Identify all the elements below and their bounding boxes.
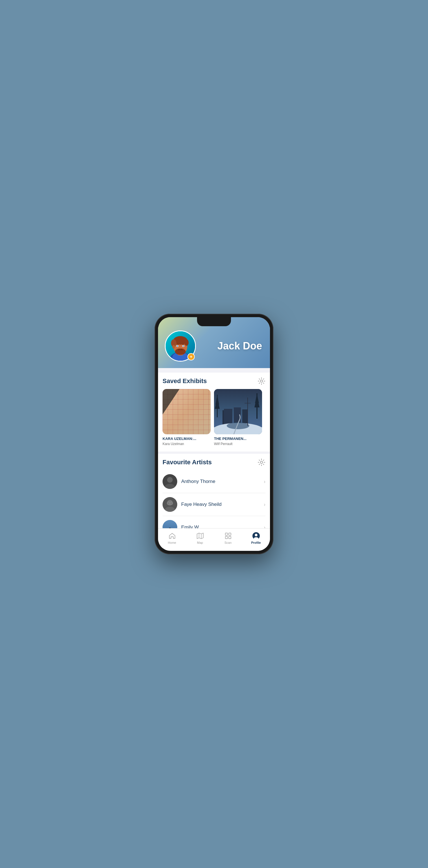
svg-rect-52: [229, 533, 231, 535]
svg-point-13: [177, 345, 178, 347]
svg-point-15: [260, 380, 263, 382]
tab-bar: Home Map: [158, 528, 270, 551]
tab-map[interactable]: Map: [186, 531, 214, 546]
artist-chevron-1: ›: [264, 479, 265, 485]
tab-scan[interactable]: Scan: [214, 531, 242, 546]
phone-screen: + Jack Doe Saved Exhibits: [158, 317, 270, 551]
artist-avatar-2: [163, 497, 177, 512]
exhibit-artist-2: Wilf Perrault: [214, 442, 262, 446]
svg-rect-21: [223, 410, 224, 424]
svg-rect-51: [225, 533, 228, 535]
svg-rect-20: [224, 409, 232, 424]
artist-chevron-2: ›: [264, 502, 265, 507]
scroll-content[interactable]: Saved Exhibits: [158, 368, 270, 551]
home-icon: [168, 532, 176, 540]
svg-rect-23: [242, 409, 248, 424]
artist-name-1: Anthony Thorne: [181, 479, 260, 484]
avatar-container[interactable]: +: [165, 331, 196, 362]
user-name: Jack Doe: [196, 340, 263, 352]
scan-icon: [224, 532, 232, 540]
tab-scan-label: Scan: [225, 541, 232, 544]
artist-name-2: Faye Heavy Sheild: [181, 502, 260, 507]
exhibit-title-2: THE PERMANEN...: [214, 437, 262, 441]
svg-rect-27: [248, 398, 248, 426]
phone-frame: + Jack Doe Saved Exhibits: [155, 314, 273, 554]
svg-rect-53: [225, 536, 228, 539]
add-avatar-button[interactable]: +: [188, 353, 195, 361]
favourite-artists-settings-icon[interactable]: [258, 458, 265, 466]
svg-point-56: [255, 534, 257, 536]
tab-home-label: Home: [168, 541, 176, 544]
exhibit-image-1: [163, 389, 210, 434]
tab-home[interactable]: Home: [158, 531, 186, 546]
favourite-artists-header: Favourite Artists: [163, 458, 265, 466]
tab-profile-label: Profile: [251, 541, 261, 544]
favourite-artists-title: Favourite Artists: [163, 459, 212, 466]
exhibits-row[interactable]: KARA UZELMAN:... Kara Uzelman: [163, 389, 265, 447]
tab-profile[interactable]: Profile: [242, 531, 270, 546]
tab-map-label: Map: [197, 541, 203, 544]
exhibit-card-1[interactable]: KARA UZELMAN:... Kara Uzelman: [163, 389, 210, 446]
artist-row-anthony-thorne[interactable]: Anthony Thorne ›: [163, 470, 265, 493]
artist-row-faye-heavy-sheild[interactable]: Faye Heavy Sheild ›: [163, 493, 265, 516]
notch: [197, 317, 231, 326]
artist-avatar-1: [163, 474, 177, 489]
map-icon: [196, 532, 204, 540]
svg-marker-16: [163, 389, 179, 414]
exhibit-image-2: [214, 389, 262, 434]
exhibit-artist-1: Kara Uzelman: [163, 442, 210, 446]
svg-rect-54: [229, 536, 231, 539]
exhibit-title-1: KARA UZELMAN:...: [163, 437, 210, 441]
exhibit-card-2[interactable]: THE PERMANEN... Wilf Perrault: [214, 389, 262, 446]
svg-point-14: [183, 345, 184, 347]
svg-point-9: [172, 345, 175, 348]
saved-exhibits-section: Saved Exhibits: [158, 373, 270, 452]
svg-point-8: [184, 339, 189, 346]
profile-icon: [252, 532, 260, 540]
saved-exhibits-header: Saved Exhibits: [163, 377, 265, 385]
saved-exhibits-settings-icon[interactable]: [258, 377, 265, 385]
saved-exhibits-title: Saved Exhibits: [163, 377, 207, 385]
svg-point-32: [260, 461, 263, 463]
svg-point-34: [167, 477, 173, 483]
